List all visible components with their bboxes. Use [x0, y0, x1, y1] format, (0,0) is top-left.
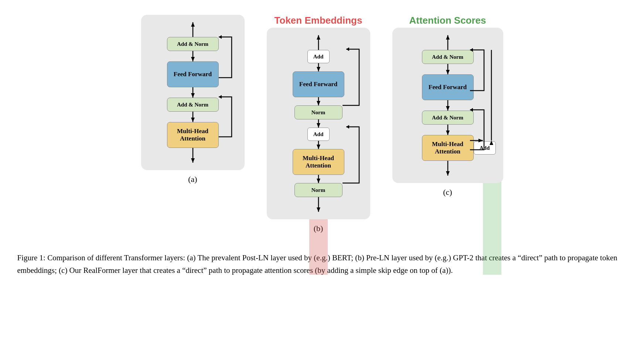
diagram-b-outer: Add Feed Forward [267, 28, 370, 219]
diagram-a-label: (a) [188, 175, 197, 184]
multi-head-a: Multi-Head Attention [167, 122, 219, 148]
diagram-b-wrapper: Token Embeddings [267, 15, 370, 233]
svg-marker-7 [191, 118, 195, 122]
diagram-b-label: (b) [314, 224, 323, 233]
diagram-a-outer: Add & Norm Feed Forward [141, 15, 245, 170]
diagrams-row: Add & Norm Feed Forward [15, 7, 629, 233]
svg-marker-17 [317, 67, 320, 71]
svg-marker-15 [317, 35, 320, 40]
norm-bottom-b: Norm [294, 183, 343, 197]
token-embeddings-label: Token Embeddings [275, 15, 362, 26]
figure-caption: Figure 1: Comparison of different Transf… [17, 252, 627, 277]
diagram-c-label: (c) [443, 187, 452, 197]
svg-marker-39 [446, 131, 450, 135]
multi-head-b: Multi-Head Attention [293, 149, 344, 175]
add-norm-bottom-c: Add & Norm [422, 111, 474, 125]
svg-marker-9 [191, 158, 195, 163]
svg-marker-41 [446, 171, 450, 176]
add-right-c: Add [474, 141, 496, 155]
main-container: Add & Norm Feed Forward [15, 7, 629, 277]
diagram-c-outer: Add & Norm Feed Forward [392, 28, 503, 183]
svg-marker-37 [446, 106, 450, 111]
svg-marker-25 [317, 179, 320, 183]
norm-top-b: Norm [294, 105, 343, 119]
diagram-b-box: Add Feed Forward [267, 28, 370, 219]
svg-marker-35 [446, 70, 450, 74]
diagram-a-wrapper: Add & Norm Feed Forward [141, 15, 245, 184]
svg-marker-33 [446, 35, 450, 40]
attention-scores-label: Attention Scores [409, 15, 486, 26]
add-top-b: Add [307, 50, 330, 63]
svg-marker-3 [191, 57, 195, 61]
svg-marker-19 [317, 101, 320, 105]
diagram-c-wrapper: Attention Scores Add & Norm [392, 15, 503, 197]
add-norm-top-c: Add & Norm [422, 50, 474, 64]
svg-marker-21 [317, 123, 320, 128]
feed-forward-b: Feed Forward [293, 71, 344, 97]
diagram-a-box: Add & Norm Feed Forward [141, 15, 245, 170]
feed-forward-a: Feed Forward [167, 61, 219, 87]
multi-head-c: Multi-Head Attention [422, 135, 474, 161]
add-norm-top-a: Add & Norm [167, 37, 219, 51]
add-bottom-b: Add [307, 128, 330, 141]
svg-marker-23 [317, 145, 320, 149]
add-norm-bottom-a: Add & Norm [167, 98, 219, 112]
diagram-c-box: Add & Norm Feed Forward [392, 28, 503, 183]
svg-marker-5 [191, 93, 195, 98]
svg-marker-27 [317, 207, 320, 212]
feed-forward-c: Feed Forward [422, 74, 474, 100]
svg-marker-1 [191, 22, 195, 27]
